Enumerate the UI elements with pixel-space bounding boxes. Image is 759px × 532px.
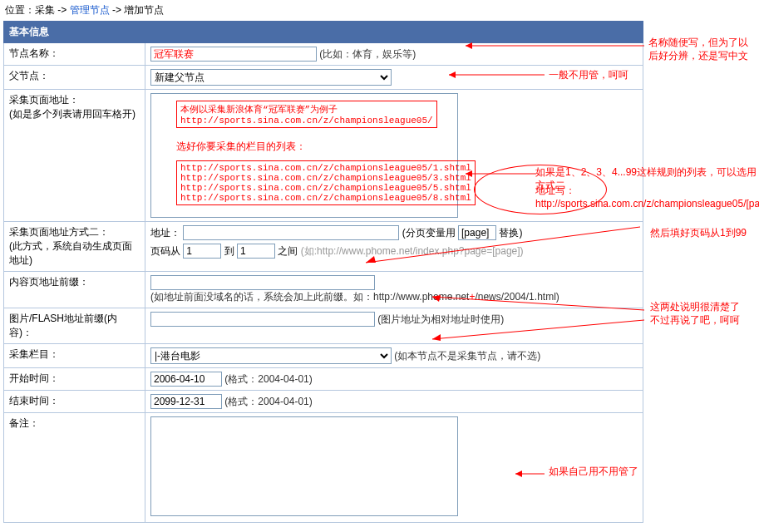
start-date-input[interactable] <box>150 372 222 387</box>
content-prefix-input[interactable] <box>150 275 375 290</box>
node-name-input[interactable] <box>150 47 317 62</box>
row-label-column: 采集栏目： <box>4 344 145 368</box>
example-box-2: http://sports.sina.com.cn/z/championslea… <box>176 160 476 205</box>
img-prefix-input[interactable] <box>150 312 375 327</box>
breadcrumb-link[interactable]: 管理节点 <box>70 4 110 16</box>
row-label-prefix: 内容页地址前缀： <box>4 272 145 308</box>
row-label-end: 结束时间： <box>4 391 145 413</box>
form-table: 基本信息 节点名称： (比如：体育，娱乐等) 父节点： 新建父节点 采集页面地址… <box>3 21 643 523</box>
row-label-method2: 采集页面地址方式二： (此方式，系统自动生成页面地址) <box>4 222 145 272</box>
annot-1: 名称随便写，但为了以后好分辨，还是写中文 <box>648 37 757 62</box>
section-header: 基本信息 <box>4 22 643 43</box>
remark-textarea[interactable] <box>150 416 458 516</box>
page-from-input[interactable] <box>183 244 221 259</box>
annot-2: 一般不用管，呵呵 <box>549 69 628 82</box>
parent-select[interactable]: 新建父节点 <box>150 69 392 86</box>
page-var-input[interactable] <box>458 225 496 240</box>
end-date-input[interactable] <box>150 394 222 409</box>
method2-url-input[interactable] <box>183 225 399 240</box>
method2-example: (如:http://www.phome.net/index.php?page=[… <box>301 245 524 257</box>
row-label-pageurl: 采集页面地址： (如是多个列表请用回车格开) <box>4 90 145 222</box>
annot-6: 这两处说明很清楚了 不过再说了吧，呵呵 <box>650 301 758 327</box>
row-label-start: 开始时间： <box>4 368 145 391</box>
page-to-input[interactable] <box>237 244 275 259</box>
row-label-remark: 备注： <box>4 413 145 523</box>
row-label-imgprefix: 图片/FLASH地址前缀(内容)： <box>4 308 145 344</box>
circle-annot <box>474 165 607 214</box>
column-select[interactable]: |-港台电影 <box>150 347 392 364</box>
example-box-1: 本例以采集新浪体育“冠军联赛”为例子 http://sports.sina.co… <box>176 101 437 128</box>
node-name-hint: (比如：体育，娱乐等) <box>319 48 416 60</box>
row-label-parent: 父节点： <box>4 66 145 90</box>
mid-text: 选好你要采集的栏目的列表： <box>176 140 452 154</box>
annot-7: 如果自己用不用管了 <box>549 466 638 479</box>
row-label-name: 节点名称： <box>4 43 145 66</box>
annot-5: 然后填好页码从1到99 <box>650 227 747 240</box>
breadcrumb: 位置：采集 -> 管理节点 -> 增加节点 <box>0 0 759 21</box>
